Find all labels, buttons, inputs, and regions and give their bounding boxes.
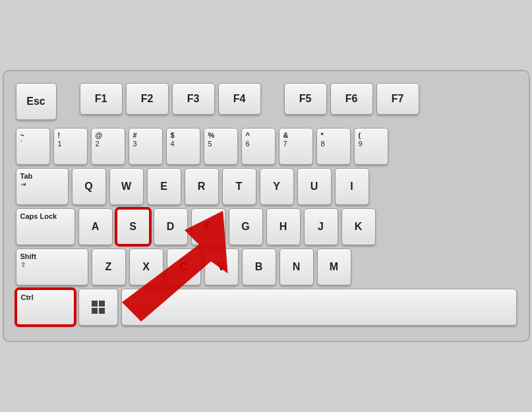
svg-rect-3 [99, 308, 105, 314]
key-label: F [196, 212, 221, 242]
key-9[interactable]: ( 9 [354, 128, 388, 165]
key-u[interactable]: U [297, 168, 332, 205]
key-d[interactable]: D [154, 208, 188, 245]
key-space[interactable] [121, 289, 517, 326]
key-label: Q [76, 171, 102, 202]
key-j[interactable]: J [304, 208, 338, 245]
key-label: Y [264, 171, 289, 202]
key-label: Z [96, 252, 121, 282]
key-label: V [209, 252, 234, 282]
key-6[interactable]: ^ 6 [241, 128, 276, 165]
key-e[interactable]: E [147, 168, 181, 205]
key-label: T [227, 171, 252, 202]
key-bottom: 4 [171, 140, 175, 148]
key-h[interactable]: H [266, 208, 301, 245]
key-4[interactable]: $ 4 [166, 128, 200, 165]
key-backtick[interactable]: ~ ` [16, 128, 50, 165]
key-label: E [152, 171, 177, 202]
key-top: # [133, 131, 137, 140]
key-label: R [189, 171, 214, 202]
key-7[interactable]: & 7 [279, 128, 313, 165]
key-f1[interactable]: F1 [80, 83, 123, 115]
gap [60, 83, 76, 120]
key-bottom: 8 [321, 140, 325, 148]
qwerty-row: Tab ⇥ Q W E R T Y U [16, 168, 517, 205]
key-r[interactable]: R [185, 168, 219, 205]
svg-rect-0 [92, 301, 98, 307]
key-v[interactable]: V [204, 249, 239, 285]
home-row: Caps Lock A S D F G H J [16, 208, 517, 245]
key-f5[interactable]: F5 [284, 83, 327, 115]
key-label: F3 [177, 86, 210, 111]
key-f6[interactable]: F6 [330, 83, 373, 115]
key-label: F6 [335, 86, 369, 111]
key-bottom: 9 [359, 140, 363, 148]
key-label: U [302, 171, 327, 202]
key-bottom: 3 [133, 140, 137, 148]
shift-row: Shift ⇧ Z X C V B N M [16, 249, 517, 285]
key-2[interactable]: @ 2 [91, 128, 125, 165]
key-shift[interactable]: Shift ⇧ [16, 249, 88, 285]
key-f3[interactable]: F3 [172, 83, 215, 115]
key-top: $ [171, 131, 175, 140]
key-8[interactable]: * 8 [316, 128, 351, 165]
keyboard: Esc F1 F2 F3 F4 F5 F6 F7 [3, 70, 530, 342]
key-top: ( [359, 131, 361, 140]
key-1[interactable]: ! 1 [53, 128, 88, 165]
key-i[interactable]: I [335, 168, 369, 205]
key-z[interactable]: Z [92, 249, 126, 285]
key-label: A [83, 212, 108, 242]
gap2 [264, 83, 281, 120]
key-ctrl[interactable]: Ctrl [16, 289, 75, 326]
key-bottom: 1 [58, 140, 62, 148]
key-label: M [322, 252, 347, 282]
key-g[interactable]: G [229, 208, 263, 245]
key-bottom: 7 [283, 140, 287, 148]
key-5[interactable]: % 5 [204, 128, 238, 165]
key-label: D [158, 212, 183, 242]
key-n[interactable]: N [280, 249, 314, 285]
key-label [126, 292, 512, 322]
key-bottom: 2 [96, 140, 100, 148]
key-t[interactable]: T [222, 168, 256, 205]
key-label: X [134, 252, 159, 282]
key-a[interactable]: A [78, 208, 113, 245]
key-caps-lock[interactable]: Caps Lock [16, 208, 75, 245]
key-c[interactable]: C [167, 249, 201, 285]
key-label: N [284, 252, 309, 282]
key-f7[interactable]: F7 [376, 83, 419, 115]
key-tab[interactable]: Tab ⇥ [16, 168, 69, 205]
key-x[interactable]: X [129, 249, 163, 285]
key-top: ! [58, 131, 61, 140]
key-w[interactable]: W [109, 168, 144, 205]
function-row: Esc F1 F2 F3 F4 F5 F6 F7 [16, 83, 517, 120]
keyboard-wrapper: Esc F1 F2 F3 F4 F5 F6 F7 [3, 70, 530, 342]
key-label: Tab [20, 171, 33, 181]
key-3[interactable]: # 3 [129, 128, 163, 165]
key-label: Caps Lock [20, 212, 57, 221]
key-label: F4 [223, 86, 256, 111]
key-label: Shift [20, 252, 36, 261]
key-top: ^ [246, 131, 250, 140]
key-top: * [321, 131, 324, 140]
key-label: Esc [20, 86, 52, 117]
key-label: F7 [381, 86, 415, 111]
key-b[interactable]: B [242, 249, 276, 285]
key-sublabel: ⇥ [20, 181, 26, 189]
key-f4[interactable]: F4 [218, 83, 261, 115]
key-q[interactable]: Q [72, 168, 106, 205]
key-label: I [340, 171, 365, 202]
key-label: C [171, 252, 196, 282]
key-top: ~ [20, 131, 24, 140]
key-label: G [233, 212, 258, 242]
key-y[interactable]: Y [260, 168, 294, 205]
key-f2[interactable]: F2 [126, 83, 169, 115]
key-top: % [208, 131, 215, 140]
key-esc[interactable]: Esc [16, 83, 57, 120]
key-k[interactable]: K [341, 208, 376, 245]
key-f[interactable]: F [191, 208, 225, 245]
key-win[interactable] [78, 289, 118, 326]
key-s[interactable]: S [116, 208, 150, 245]
key-m[interactable]: M [317, 249, 351, 285]
key-label: S [121, 212, 145, 241]
